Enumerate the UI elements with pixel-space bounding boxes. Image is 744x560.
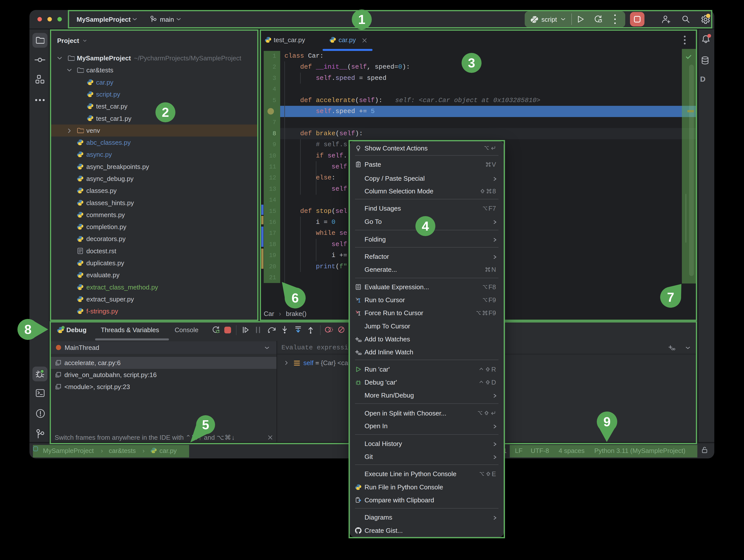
svg-text:5: 5 — [202, 417, 209, 432]
svg-text:6: 6 — [292, 291, 299, 305]
svg-text:7: 7 — [667, 290, 674, 304]
svg-text:8: 8 — [25, 322, 32, 337]
svg-text:9: 9 — [603, 414, 611, 429]
